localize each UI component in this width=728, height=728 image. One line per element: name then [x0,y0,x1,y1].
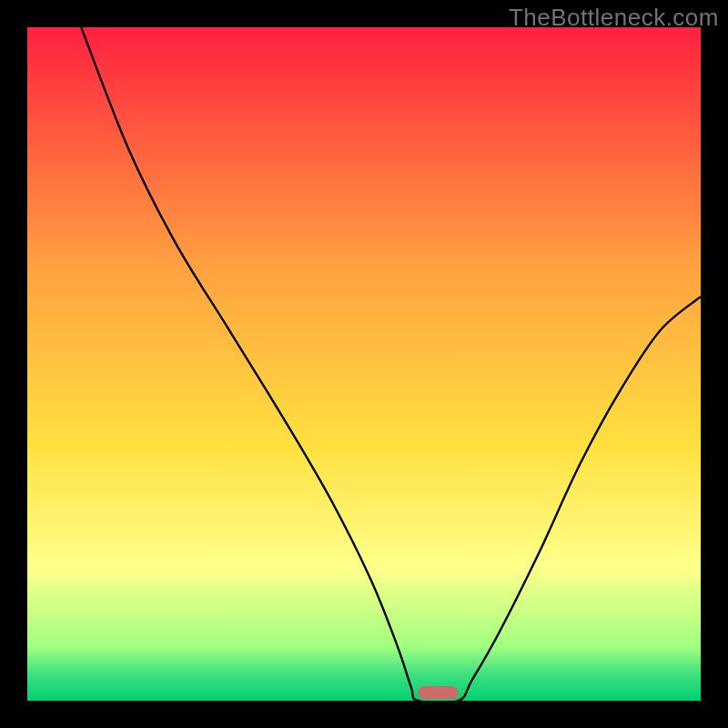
chart-frame: TheBottleneck.com [0,0,728,728]
watermark-text: TheBottleneck.com [509,4,719,32]
optimum-marker [418,686,458,699]
chart-svg [0,0,728,728]
gradient-background [27,27,701,701]
